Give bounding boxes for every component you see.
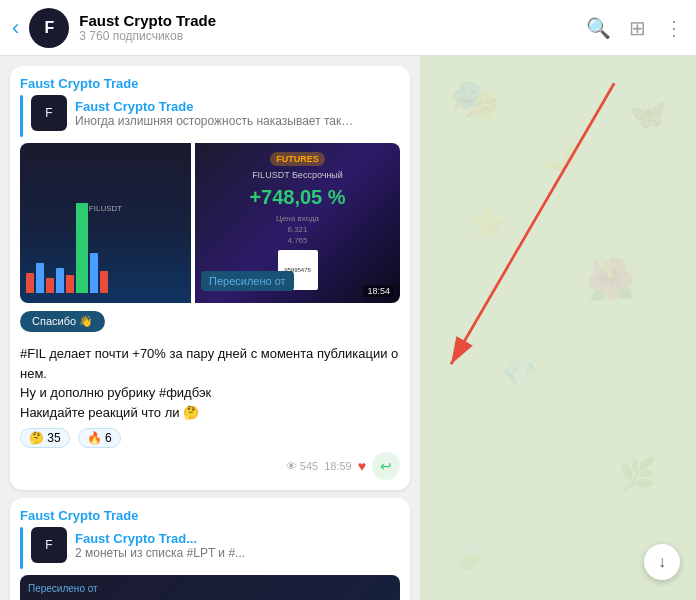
share-button-1[interactable]: ↩	[372, 452, 400, 480]
header-actions: 🔍 ⊞ ⋮	[586, 16, 684, 40]
msg-preview-2: 2 монеты из списка #LPT и #...	[75, 546, 355, 560]
reaction-thinking[interactable]: 🤔 35	[20, 428, 70, 448]
chart-bars	[26, 217, 185, 297]
card-images-1: FILUSDT FUTURES FILUSDT Бессрочный	[20, 143, 400, 303]
bg-icon-6: 💎	[500, 356, 537, 391]
trade-pair: FILUSDT Бессрочный	[252, 170, 343, 180]
blue-accent-2	[20, 527, 23, 569]
layout-icon[interactable]: ⊞	[629, 16, 646, 40]
header-info: Faust Crypto Trade 3 760 подписчиков	[79, 12, 586, 43]
eye-icon: 👁	[286, 460, 297, 472]
bar	[100, 271, 108, 293]
header: ‹ F Faust Crypto Trade 3 760 подписчиков…	[0, 0, 696, 56]
blue-bar-1: F Faust Crypto Trade Иногда излишняя ост…	[20, 95, 400, 137]
bg-icon-3: ⭐	[470, 206, 507, 241]
forwarded-from-2: Пересилено от	[28, 583, 392, 594]
thanks-row: Спасибо 👋	[20, 311, 400, 338]
channel-name-1: Faust Crypto Trade	[20, 76, 400, 91]
msg-author-1: Faust Crypto Trade	[75, 99, 400, 114]
more-icon[interactable]: ⋮	[664, 16, 684, 40]
bg-icon-7: 🌿	[619, 456, 656, 491]
bar	[26, 273, 34, 293]
bg-icon-5: 🌺	[586, 256, 636, 303]
message-card-1: Faust Crypto Trade F Faust Crypto Trade …	[10, 66, 410, 490]
blue-bar-2: F Faust Crypto Trad... 2 монеты из списк…	[20, 527, 400, 569]
main-area: Faust Crypto Trade F Faust Crypto Trade …	[0, 56, 696, 600]
msg-avatar-1: F	[31, 95, 67, 131]
blue-accent	[20, 95, 23, 137]
msg-time-1: 18:59	[324, 460, 352, 472]
thanks-button[interactable]: Спасибо 👋	[20, 311, 105, 332]
forwarded-overlay: Пересилено от	[201, 271, 294, 297]
message-header-1: F Faust Crypto Trade Иногда излишняя ост…	[31, 95, 400, 131]
views-count: 👁 545	[286, 460, 318, 472]
message-header-2: F Faust Crypto Trad... 2 монеты из списк…	[31, 527, 400, 563]
card2-image: Пересилено от Фауст привет 👋 В общем и ц…	[20, 575, 400, 600]
msg-avatar-2: F	[31, 527, 67, 563]
futures-image: FUTURES FILUSDT Бессрочный +748,05 % Цен…	[195, 143, 400, 303]
msg-text-1: #FIL делает почти +70% за пару дней с мо…	[20, 344, 400, 422]
img-timestamp: 18:54	[363, 285, 394, 297]
author-block-2: Faust Crypto Trad... 2 монеты из списка …	[75, 531, 400, 560]
bar	[66, 275, 74, 293]
heart-icon[interactable]: ♥	[358, 458, 366, 474]
avatar: F	[29, 8, 69, 48]
msg-author-2: Faust Crypto Trad...	[75, 531, 400, 546]
subscriber-count: 3 760 подписчиков	[79, 29, 586, 43]
back-button[interactable]: ‹	[12, 15, 19, 41]
bg-icon-1: 🎭	[450, 76, 500, 123]
channel-name-2: Faust Crypto Trade	[20, 508, 400, 523]
author-block-1: Faust Crypto Trade Иногда излишняя остор…	[75, 99, 400, 128]
bg-icon-2: 🌙	[540, 136, 577, 171]
reactions-1: 🤔 35 🔥 6	[20, 428, 400, 448]
chat-panel: Faust Crypto Trade F Faust Crypto Trade …	[0, 56, 420, 600]
forwarded-label: Пересилено от	[201, 271, 294, 291]
msg-footer-1: 👁 545 18:59 ♥ ↩	[20, 452, 400, 480]
message-card-2: Faust Crypto Trade F Faust Crypto Trad..…	[10, 498, 410, 600]
channel-title: Faust Crypto Trade	[79, 12, 586, 29]
bg-icon-8: 🍃	[450, 536, 487, 571]
big-candle	[76, 203, 88, 293]
trade-details: Цена входа 6.321 4.765	[276, 213, 319, 247]
bar	[56, 268, 64, 293]
background-panel: 🎭 🌙 ⭐ 🦋 🌺 💎 🌿 🍃 ↓	[420, 56, 696, 600]
bar	[90, 253, 98, 293]
msg-preview-1: Иногда излишняя осторожность наказывает …	[75, 114, 355, 128]
bar	[46, 278, 54, 293]
search-icon[interactable]: 🔍	[586, 16, 611, 40]
profit-percent: +748,05 %	[249, 186, 345, 209]
scroll-to-bottom-button[interactable]: ↓	[644, 544, 680, 580]
bg-icon-4: 🦋	[629, 96, 666, 131]
chart-image: FILUSDT	[20, 143, 191, 303]
futures-badge: FUTURES	[270, 152, 325, 166]
reaction-fire[interactable]: 🔥 6	[78, 428, 121, 448]
bar	[36, 263, 44, 293]
